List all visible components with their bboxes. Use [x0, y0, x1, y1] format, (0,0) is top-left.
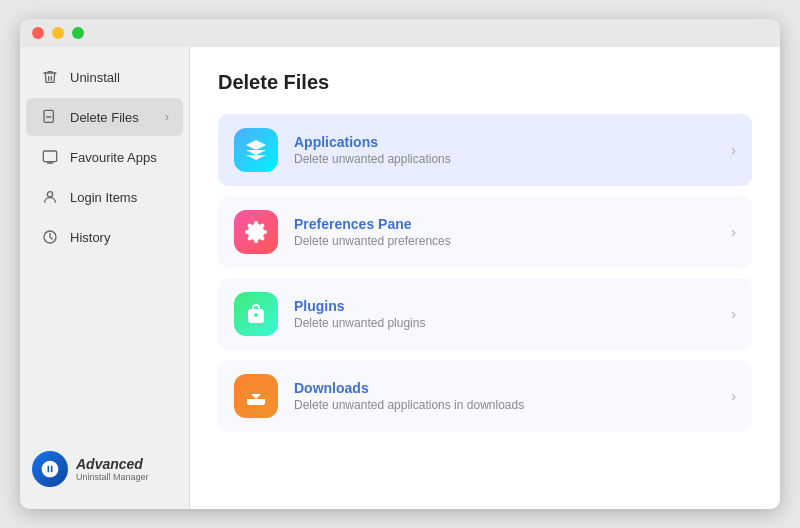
- menu-card-preferences[interactable]: Preferences Pane Delete unwanted prefere…: [218, 196, 752, 268]
- sidebar-item-label-favourite-apps: Favourite Apps: [70, 150, 169, 165]
- clock-icon: [40, 227, 60, 247]
- menu-card-applications[interactable]: Applications Delete unwanted application…: [218, 114, 752, 186]
- brand-sub: Uninstall Manager: [76, 472, 149, 482]
- plugins-desc: Delete unwanted plugins: [294, 316, 715, 330]
- sidebar-item-uninstall[interactable]: Uninstall: [26, 58, 183, 96]
- menu-card-plugins[interactable]: Plugins Delete unwanted plugins ›: [218, 278, 752, 350]
- applications-title: Applications: [294, 134, 715, 150]
- menu-card-downloads[interactable]: Downloads Delete unwanted applications i…: [218, 360, 752, 432]
- plugins-icon: [234, 292, 278, 336]
- main-content: Delete Files Applications Delete unwante…: [190, 47, 780, 509]
- trash-icon: [40, 67, 60, 87]
- minimize-button[interactable]: [52, 27, 64, 39]
- preferences-title: Preferences Pane: [294, 216, 715, 232]
- applications-chevron-icon: ›: [731, 142, 736, 158]
- plugins-chevron-icon: ›: [731, 306, 736, 322]
- sidebar-item-login-items[interactable]: Login Items: [26, 178, 183, 216]
- downloads-desc: Delete unwanted applications in download…: [294, 398, 715, 412]
- login-icon: [40, 187, 60, 207]
- plugins-text: Plugins Delete unwanted plugins: [294, 298, 715, 330]
- applications-icon: [234, 128, 278, 172]
- downloads-icon: [234, 374, 278, 418]
- brand-name: Advanced: [76, 456, 149, 472]
- svg-point-5: [47, 192, 52, 197]
- brand-text-block: Advanced Uninstall Manager: [76, 456, 149, 482]
- downloads-chevron-icon: ›: [731, 388, 736, 404]
- file-minus-icon: [40, 107, 60, 127]
- applications-desc: Delete unwanted applications: [294, 152, 715, 166]
- content-area: Uninstall Delete Files ›: [20, 47, 780, 509]
- sidebar-item-history[interactable]: History: [26, 218, 183, 256]
- page-title: Delete Files: [218, 71, 752, 94]
- chevron-right-icon: ›: [165, 110, 169, 124]
- svg-rect-2: [43, 151, 56, 162]
- sidebar-item-label-history: History: [70, 230, 169, 245]
- sidebar-item-label-uninstall: Uninstall: [70, 70, 169, 85]
- maximize-button[interactable]: [72, 27, 84, 39]
- close-button[interactable]: [32, 27, 44, 39]
- star-icon: [40, 147, 60, 167]
- preferences-icon: [234, 210, 278, 254]
- preferences-text: Preferences Pane Delete unwanted prefere…: [294, 216, 715, 248]
- sidebar: Uninstall Delete Files ›: [20, 47, 190, 509]
- plugins-title: Plugins: [294, 298, 715, 314]
- title-bar: [20, 19, 780, 47]
- app-window: Uninstall Delete Files ›: [20, 19, 780, 509]
- brand-area: Advanced Uninstall Manager: [20, 439, 189, 499]
- sidebar-item-label-delete-files: Delete Files: [70, 110, 155, 125]
- preferences-desc: Delete unwanted preferences: [294, 234, 715, 248]
- preferences-chevron-icon: ›: [731, 224, 736, 240]
- sidebar-item-delete-files[interactable]: Delete Files ›: [26, 98, 183, 136]
- applications-text: Applications Delete unwanted application…: [294, 134, 715, 166]
- brand-logo: [32, 451, 68, 487]
- sidebar-item-favourite-apps[interactable]: Favourite Apps: [26, 138, 183, 176]
- downloads-title: Downloads: [294, 380, 715, 396]
- menu-list: Applications Delete unwanted application…: [218, 114, 752, 432]
- sidebar-item-label-login-items: Login Items: [70, 190, 169, 205]
- downloads-text: Downloads Delete unwanted applications i…: [294, 380, 715, 412]
